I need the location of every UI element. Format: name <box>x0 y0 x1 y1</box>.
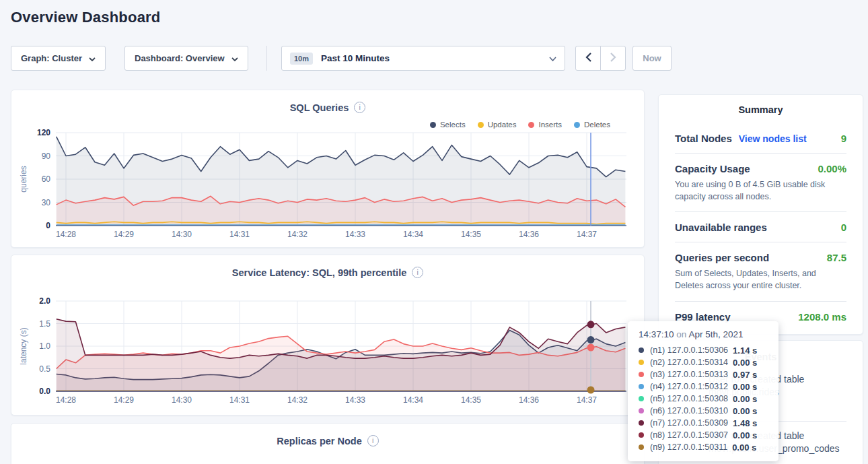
tooltip-node-value: 0.00 s <box>733 430 757 440</box>
tooltip-time: 14:37:10 <box>639 329 674 339</box>
chart-title-text: Replicas per Node <box>277 436 362 446</box>
series-color-dot <box>639 396 644 401</box>
svg-text:14:31: 14:31 <box>229 230 250 239</box>
graph-dropdown[interactable]: Graph: Cluster <box>11 46 106 71</box>
hover-tooltip: 14:37:10 on Apr 5th, 2021 (n1) 127.0.0.1… <box>628 321 779 461</box>
svg-text:14:33: 14:33 <box>345 230 365 239</box>
tooltip-node-value: 0.00 s <box>733 406 757 416</box>
tooltip-node-row: (n3) 127.0.0.1:503130.97 s <box>639 368 770 380</box>
svg-text:14:31: 14:31 <box>229 395 250 405</box>
chart-title: Replicas per Node i <box>11 435 644 446</box>
capacity-label: Capacity Usage <box>675 163 750 174</box>
svg-text:14:30: 14:30 <box>172 395 192 405</box>
series-color-dot <box>639 347 644 353</box>
tooltip-node-value: 1.48 s <box>733 418 757 428</box>
svg-text:120: 120 <box>37 128 50 137</box>
chevron-left-icon <box>585 53 591 64</box>
svg-text:latency (s): latency (s) <box>19 327 28 364</box>
svg-text:1.0: 1.0 <box>39 341 50 351</box>
p99-latency-label: P99 latency <box>675 311 731 323</box>
svg-text:queries: queries <box>19 166 28 192</box>
tooltip-node-row: (n9) 127.0.0.1:503110.00 s <box>639 441 770 453</box>
sql-queries-chart[interactable]: 14:2814:2914:3014:3114:3214:3314:3414:35… <box>11 90 645 248</box>
summary-row-total-nodes: Total Nodes View nodes list 9 <box>675 133 846 144</box>
now-button[interactable]: Now <box>632 46 672 71</box>
toolbar-divider <box>266 46 267 71</box>
svg-text:90: 90 <box>42 152 51 161</box>
chevron-down-icon <box>549 53 556 63</box>
tooltip-node-row: (n7) 127.0.0.1:503091.48 s <box>639 417 770 429</box>
svg-text:60: 60 <box>42 174 51 184</box>
replicas-per-node-chart-card: Replicas per Node i <box>11 423 645 464</box>
summary-row-qps: Queries per second 87.5 <box>675 252 846 263</box>
time-range-selector[interactable]: 10m Past 10 Minutes <box>281 46 565 71</box>
series-color-dot <box>639 408 644 413</box>
time-range-badge: 10m <box>290 53 313 65</box>
tooltip-node-row: (n6) 127.0.0.1:503100.00 s <box>639 405 770 417</box>
divider <box>675 153 846 154</box>
qps-label: Queries per second <box>675 252 769 263</box>
svg-text:14:33: 14:33 <box>345 395 365 405</box>
sql-queries-chart-card: SQL Queries i SelectsUpdatesInsertsDelet… <box>11 90 645 248</box>
tooltip-node-row: (n4) 127.0.0.1:503120.00 s <box>639 380 770 393</box>
svg-text:0.0: 0.0 <box>39 387 50 396</box>
dashboard-dropdown-label: Dashboard: Overview <box>135 53 225 63</box>
tooltip-node-value: 1.14 s <box>733 345 757 356</box>
svg-text:14:34: 14:34 <box>403 230 423 239</box>
divider <box>675 242 846 242</box>
summary-row-p99: P99 latency 1208.0 ms <box>675 311 846 323</box>
tooltip-node-label: (n6) 127.0.0.1:50310 <box>650 406 728 416</box>
tooltip-node-row: (n8) 127.0.0.1:503070.00 s <box>639 429 770 441</box>
svg-text:14:29: 14:29 <box>114 230 134 239</box>
service-latency-chart-card: Service Latency: SQL, 99th percentile i … <box>11 255 645 416</box>
tooltip-node-label: (n4) 127.0.0.1:50312 <box>650 382 728 391</box>
tooltip-node-label: (n5) 127.0.0.1:50308 <box>650 394 728 403</box>
dashboard-dropdown[interactable]: Dashboard: Overview <box>124 46 248 71</box>
summary-row-unavailable-ranges: Unavailable ranges 0 <box>675 222 846 233</box>
unavailable-ranges-label: Unavailable ranges <box>675 222 767 233</box>
p99-latency-value: 1208.0 ms <box>798 311 846 323</box>
prev-time-button[interactable] <box>575 46 601 71</box>
tooltip-node-label: (n3) 127.0.0.1:50313 <box>650 370 728 379</box>
service-latency-chart[interactable]: 14:2814:2914:3014:3114:3214:3314:3414:35… <box>11 255 645 416</box>
svg-text:14:29: 14:29 <box>114 395 134 405</box>
chevron-down-icon <box>231 53 238 63</box>
svg-text:14:28: 14:28 <box>56 230 76 239</box>
unavailable-ranges-value: 0 <box>841 222 846 233</box>
tooltip-node-row: (n5) 127.0.0.1:503080.00 s <box>639 393 770 405</box>
series-color-dot <box>639 372 644 377</box>
total-nodes-label: Total Nodes <box>675 133 732 144</box>
view-nodes-list-link[interactable]: View nodes list <box>739 133 807 144</box>
tooltip-node-label: (n8) 127.0.0.1:50307 <box>650 430 728 440</box>
tooltip-node-value: 0.97 s <box>733 370 757 380</box>
svg-text:14:34: 14:34 <box>403 395 423 405</box>
tooltip-node-value: 0.00 s <box>733 358 757 368</box>
divider <box>675 211 846 212</box>
capacity-value: 0.00% <box>818 163 846 174</box>
chevron-right-icon <box>610 53 616 64</box>
summary-card: Summary Total Nodes View nodes list 9 Ca… <box>658 94 863 335</box>
svg-text:30: 30 <box>42 198 51 207</box>
capacity-description: You are using 0 B of 4.5 GiB usable disk… <box>675 178 846 203</box>
svg-text:14:37: 14:37 <box>577 230 597 239</box>
next-time-button[interactable] <box>600 46 626 71</box>
summary-heading: Summary <box>675 104 846 115</box>
tooltip-node-label: (n7) 127.0.0.1:50309 <box>650 418 728 428</box>
tooltip-node-value: 0.00 s <box>733 382 757 392</box>
info-icon[interactable]: i <box>367 435 379 446</box>
svg-text:14:36: 14:36 <box>519 395 539 405</box>
tooltip-node-row: (n1) 127.0.0.1:503061.14 s <box>639 344 770 356</box>
svg-text:14:35: 14:35 <box>461 395 481 405</box>
tooltip-node-value: 0.00 s <box>733 394 757 404</box>
svg-text:14:30: 14:30 <box>172 230 192 239</box>
svg-text:1.5: 1.5 <box>39 319 50 329</box>
qps-description: Sum of Selects, Updates, Inserts, and De… <box>675 267 846 292</box>
tooltip-node-label: (n9) 127.0.0.1:50311 <box>650 442 727 452</box>
page-title: Overview Dashboard <box>11 9 160 26</box>
tooltip-timestamp: 14:37:10 on Apr 5th, 2021 <box>639 329 770 339</box>
svg-text:14:28: 14:28 <box>56 395 76 405</box>
svg-text:14:36: 14:36 <box>519 230 539 239</box>
tooltip-node-row: (n2) 127.0.0.1:503140.00 s <box>639 356 770 368</box>
chevron-down-icon <box>89 53 96 63</box>
tooltip-node-label: (n1) 127.0.0.1:50306 <box>650 345 728 355</box>
